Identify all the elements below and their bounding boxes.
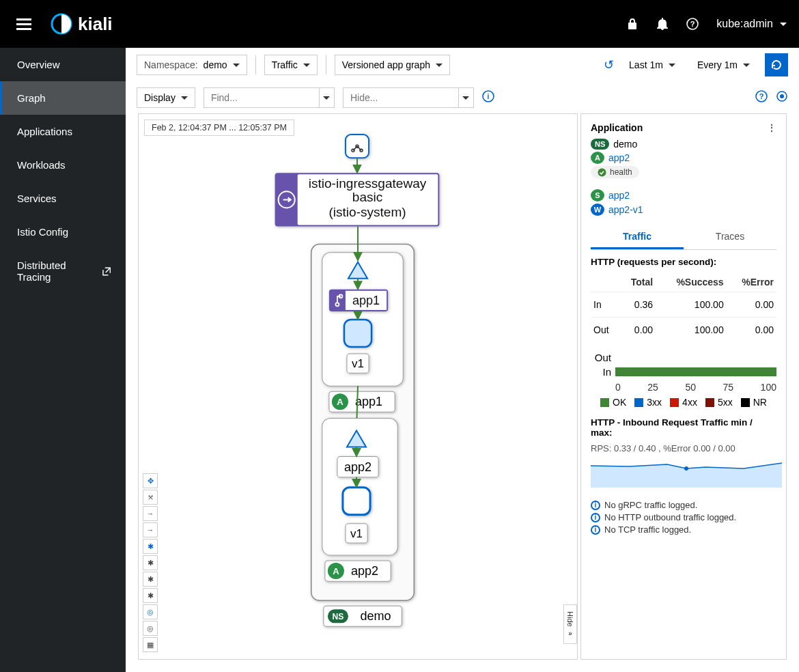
hide-input[interactable] (343, 87, 459, 108)
svg-text:NS: NS (333, 612, 344, 621)
sidebar-item-overview[interactable]: Overview (0, 48, 126, 81)
workload-link[interactable]: app2-v1 (608, 204, 643, 215)
panel-actions-kebab[interactable]: ⋮ (767, 122, 776, 133)
info-icon: i (591, 501, 600, 510)
namespace-value: demo (204, 59, 227, 70)
th-success: %Success (656, 272, 727, 292)
graph-layout-1-button[interactable]: ✱ (143, 555, 158, 570)
hide-dropdown-toggle[interactable] (459, 87, 474, 108)
graph-tour-icon[interactable] (776, 90, 788, 105)
graph-layout-default-button[interactable]: ✱ (143, 539, 158, 554)
graph-type-dropdown[interactable]: Versioned app graph (335, 55, 450, 75)
svg-text:app2: app2 (344, 460, 372, 474)
sidebar-item-services[interactable]: Services (0, 182, 126, 215)
layout-2-button[interactable]: → (143, 522, 158, 537)
legend-swatch (741, 398, 750, 407)
fit-button[interactable]: ⤧ (143, 490, 158, 505)
axis-tick: 75 (723, 382, 734, 393)
sidebar-item-applications[interactable]: Applications (0, 115, 126, 148)
layout-1-button[interactable]: → (143, 506, 158, 521)
time-range-dropdown[interactable]: Last 1m (622, 55, 682, 74)
check-circle-icon (598, 168, 606, 177)
legend-swatch (634, 398, 643, 407)
chevron-down-icon (436, 64, 443, 67)
namespace-layout-2-button[interactable]: ◎ (143, 621, 158, 636)
svg-text:(istio-system): (istio-system) (328, 205, 406, 219)
bell-icon[interactable] (656, 18, 669, 30)
legend-swatch (670, 398, 679, 407)
svg-text:v1: v1 (352, 357, 364, 370)
tab-traces[interactable]: Traces (684, 225, 776, 249)
legend-swatch (600, 398, 609, 407)
graph-canvas[interactable]: Feb 2, 12:04:37 PM ... 12:05:37 PM (138, 113, 578, 660)
svg-text:istio-ingressgateway: istio-ingressgateway (309, 176, 427, 191)
info-icon: i (591, 525, 600, 535)
bar-label-in: In (591, 366, 611, 378)
success-rate-chart: Out In 0 25 50 75 100 OK 3xx 4xx 5xx (591, 352, 776, 408)
service-link[interactable]: app2 (608, 190, 630, 201)
sidebar-item-graph[interactable]: Graph (0, 81, 126, 115)
graph-layout-3-button[interactable]: ✱ (143, 588, 158, 603)
svg-text:app2: app2 (351, 564, 378, 578)
table-row: Out 0.00 100.00 0.00 (591, 318, 776, 343)
svg-point-55 (684, 466, 688, 471)
refresh-interval-dropdown[interactable]: Every 1m (690, 55, 757, 74)
drag-mode-button[interactable]: ✥ (143, 473, 158, 488)
chevron-right-icon: » (568, 630, 572, 637)
legend-label: 5xx (718, 397, 733, 408)
sidebar: Overview Graph Applications Workloads Se… (0, 48, 126, 672)
sidebar-item-label: Overview (17, 59, 60, 70)
display-dropdown[interactable]: Display (137, 87, 195, 108)
graph-toolbar-secondary: Display i ? (126, 82, 799, 113)
hide-panel-toggle[interactable]: Hide » (563, 604, 577, 644)
legend-button[interactable]: ▦ (143, 637, 158, 652)
health-badge: health (591, 166, 639, 178)
svg-point-8 (780, 94, 784, 98)
cell-total: 0.00 (619, 318, 656, 343)
help-icon[interactable]: ? (686, 18, 699, 30)
graph-svg: istio-ingressgateway basic (istio-system… (139, 114, 577, 655)
graph-layout-2-button[interactable]: ✱ (143, 572, 158, 587)
sidebar-item-label: Workloads (17, 159, 66, 171)
namespace-dropdown[interactable]: Namespace: demo (137, 55, 247, 75)
sidebar-item-istio-config[interactable]: Istio Config (0, 215, 126, 249)
user-menu[interactable]: kube:admin (716, 18, 787, 30)
traffic-dropdown[interactable]: Traffic (264, 55, 318, 75)
sidebar-item-label: Applications (17, 126, 72, 137)
axis-tick: 25 (647, 382, 658, 393)
refresh-button[interactable] (765, 53, 788, 76)
brand-logo[interactable]: kiali (49, 12, 113, 36)
find-hide-help-icon[interactable]: i (482, 90, 494, 105)
legend-label: 3xx (647, 397, 662, 408)
hamburger-menu[interactable] (12, 12, 36, 37)
application-link[interactable]: app2 (608, 152, 630, 163)
chevron-down-icon (462, 96, 469, 100)
sidebar-item-workloads[interactable]: Workloads (0, 148, 126, 182)
inbound-traffic-heading: HTTP - Inbound Request Traffic min / max… (591, 417, 776, 438)
svg-rect-29 (344, 320, 372, 347)
legend-label: NR (753, 397, 767, 408)
replay-icon[interactable]: ↺ (604, 57, 614, 72)
namespace-name: demo (613, 139, 637, 150)
svg-text:demo: demo (361, 609, 391, 623)
legend-label: OK (613, 397, 626, 408)
axis-tick: 50 (685, 382, 696, 393)
graph-controls: ✥ ⤧ → → ✱ ✱ ✱ ✱ ◎ ◎ ▦ (143, 473, 158, 652)
cell-direction: Out (591, 318, 619, 343)
namespace-prefix: Namespace: (144, 59, 198, 70)
chevron-down-icon (233, 64, 240, 67)
find-input[interactable] (204, 87, 320, 108)
sidebar-item-distributed-tracing[interactable]: Distributed Tracing (0, 249, 126, 294)
namespace-layout-1-button[interactable]: ◎ (143, 604, 158, 619)
graph-help-icon[interactable]: ? (755, 90, 768, 105)
traffic-notes: iNo gRPC traffic logged. iNo HTTP outbou… (591, 500, 776, 535)
lock-icon[interactable] (626, 18, 639, 30)
svg-text:A: A (337, 397, 344, 407)
tab-traffic[interactable]: Traffic (591, 225, 684, 249)
app-badge-icon: A (591, 152, 604, 164)
chevron-down-icon (181, 96, 188, 100)
th-direction (591, 272, 619, 292)
find-dropdown-toggle[interactable] (320, 87, 335, 108)
cell-error: 0.00 (727, 292, 776, 318)
axis-tick: 0 (615, 382, 621, 393)
